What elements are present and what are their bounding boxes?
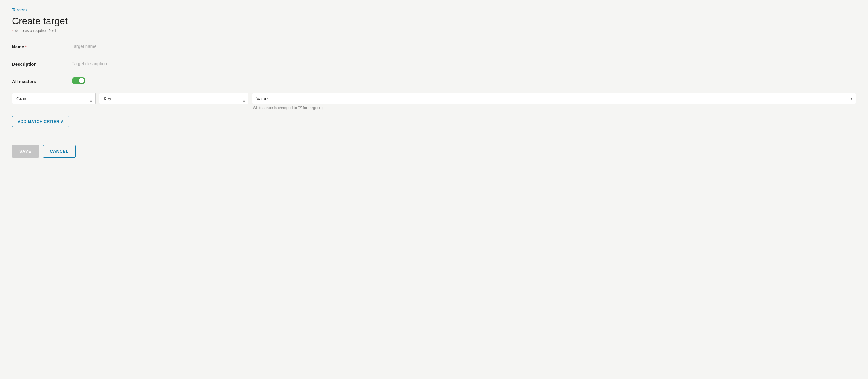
all-masters-row: All masters <box>12 77 856 84</box>
key-select[interactable]: Key <box>99 93 248 104</box>
toggle-slider <box>72 77 85 84</box>
criteria-row: Grain Minion ID OS Grain ▾ Key ▾ Value ▾… <box>12 93 856 110</box>
description-row: Description <box>12 59 856 68</box>
targets-breadcrumb-link[interactable]: Targets <box>12 7 27 12</box>
add-match-criteria-button[interactable]: ADD MATCH CRITERIA <box>12 116 69 127</box>
value-col: Value ▾ Whitespace is changed to '?' for… <box>252 93 856 110</box>
criteria-section: Grain Minion ID OS Grain ▾ Key ▾ Value ▾… <box>12 93 856 127</box>
key-select-wrapper: Key ▾ <box>99 93 248 110</box>
page-title: Create target <box>12 16 856 27</box>
value-hint: Whitespace is changed to '?' for targeti… <box>252 106 856 110</box>
description-label: Description <box>12 59 72 67</box>
all-masters-toggle[interactable] <box>72 77 85 84</box>
name-label: Name* <box>12 42 72 49</box>
value-select-wrapper: Value ▾ <box>252 93 856 104</box>
grain-select-wrapper: Grain Minion ID OS Grain ▾ <box>12 93 96 110</box>
all-masters-label: All masters <box>12 77 72 84</box>
value-select[interactable]: Value <box>252 93 856 104</box>
grain-select[interactable]: Grain Minion ID OS Grain <box>12 93 96 104</box>
description-input[interactable] <box>72 59 400 68</box>
required-asterisk: * <box>12 28 13 33</box>
name-row: Name* <box>12 42 856 51</box>
footer-buttons: SAVE CANCEL <box>12 145 856 157</box>
save-button[interactable]: SAVE <box>12 145 39 157</box>
name-input[interactable] <box>72 42 400 51</box>
all-masters-toggle-wrapper <box>72 77 85 84</box>
required-field-note: * denotes a required field <box>12 28 856 33</box>
cancel-button[interactable]: CANCEL <box>43 145 75 157</box>
create-target-form: Name* Description All masters <box>12 42 856 84</box>
